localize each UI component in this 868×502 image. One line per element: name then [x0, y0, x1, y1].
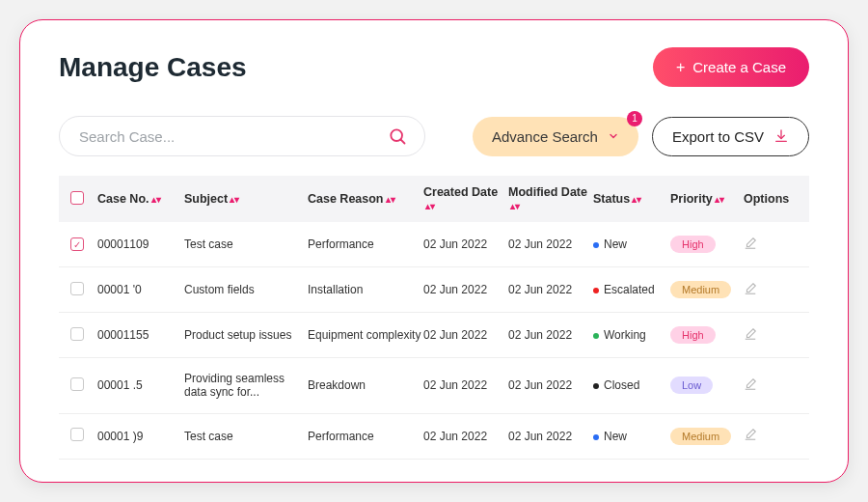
sort-icon: ▴▾ — [151, 197, 161, 202]
col-subject[interactable]: Subject▴▾ — [184, 192, 308, 206]
download-icon — [773, 128, 789, 144]
cell-created: 02 Jun 2022 — [423, 328, 508, 342]
sort-icon: ▴▾ — [715, 197, 724, 202]
controls-row: Advance Search 1 Export to CSV — [59, 116, 809, 156]
cases-card: Manage Cases + Create a Case Advance Sea… — [19, 19, 849, 483]
status-dot-icon — [593, 288, 599, 293]
cell-modified: 02 Jun 2022 — [508, 328, 593, 342]
plus-icon: + — [676, 60, 685, 75]
sort-icon: ▴▾ — [510, 204, 520, 209]
cell-reason: Equipment complexity — [308, 328, 423, 342]
sort-icon: ▴▾ — [425, 204, 435, 209]
create-case-button[interactable]: + Create a Case — [653, 47, 809, 87]
edit-icon[interactable] — [744, 377, 792, 394]
search-icon[interactable] — [388, 126, 407, 146]
cell-case-no: 00001 )9 — [97, 430, 184, 443]
priority-pill: High — [670, 326, 716, 344]
cell-created: 02 Jun 2022 — [423, 237, 508, 251]
cell-priority: Medium — [670, 281, 744, 298]
create-case-label: Create a Case — [692, 59, 786, 75]
table-row: 00001 '0Custom fieldsInstallation02 Jun … — [59, 267, 809, 313]
edit-icon[interactable] — [744, 237, 792, 253]
cases-table: Case No.▴▾ Subject▴▾ Case Reason▴▾ Creat… — [59, 176, 809, 460]
cell-case-no: 00001 .5 — [97, 378, 184, 392]
row-checkbox[interactable] — [70, 282, 84, 295]
sort-icon: ▴▾ — [632, 197, 641, 202]
export-csv-button[interactable]: Export to CSV — [652, 117, 809, 156]
cell-status: Escalated — [593, 283, 670, 296]
status-dot-icon — [593, 434, 599, 440]
page-title: Manage Cases — [59, 52, 247, 83]
table-row: 00001 .5Providing seamless data sync for… — [59, 358, 809, 414]
advance-search-badge: 1 — [627, 111, 642, 126]
cell-modified: 02 Jun 2022 — [508, 283, 593, 296]
cell-priority: High — [670, 326, 744, 344]
cell-modified: 02 Jun 2022 — [508, 378, 593, 392]
sort-icon: ▴▾ — [230, 197, 239, 202]
col-options: Options — [744, 192, 792, 206]
col-case-no[interactable]: Case No.▴▾ — [97, 192, 184, 206]
cell-reason: Installation — [308, 283, 423, 296]
row-checkbox[interactable] — [70, 327, 84, 341]
col-status[interactable]: Status▴▾ — [593, 192, 670, 206]
col-priority[interactable]: Priority▴▾ — [670, 192, 744, 206]
advance-search-button[interactable]: Advance Search 1 — [473, 117, 638, 156]
cell-status: New — [593, 430, 670, 443]
cell-priority: High — [670, 236, 744, 253]
cell-subject: Test case — [184, 430, 308, 443]
export-csv-label: Export to CSV — [672, 128, 764, 145]
cell-priority: Low — [670, 376, 744, 394]
cell-case-no: 00001155 — [97, 328, 184, 342]
row-checkbox[interactable] — [70, 428, 84, 441]
cell-reason: Performance — [308, 237, 423, 251]
cell-reason: Breakdown — [308, 378, 423, 392]
cell-modified: 02 Jun 2022 — [508, 237, 593, 251]
cell-subject: Providing seamless data sync for... — [184, 372, 308, 400]
cell-status: Working — [593, 328, 670, 342]
cell-status: Closed — [593, 378, 670, 392]
cell-case-no: 00001 '0 — [97, 283, 184, 296]
cell-case-no: 00001109 — [97, 237, 184, 251]
sort-icon: ▴▾ — [386, 197, 395, 202]
cell-created: 02 Jun 2022 — [423, 430, 508, 443]
chevron-down-icon — [608, 128, 619, 145]
header-row: Manage Cases + Create a Case — [59, 47, 809, 87]
priority-pill: Medium — [670, 281, 731, 298]
row-checkbox[interactable] — [70, 377, 84, 391]
col-created[interactable]: Created Date▴▾ — [423, 185, 508, 212]
priority-pill: Medium — [670, 428, 731, 445]
priority-pill: High — [670, 236, 716, 253]
cell-subject: Test case — [184, 237, 308, 251]
status-dot-icon — [593, 383, 599, 389]
table-row: 00001109Test casePerformance02 Jun 20220… — [59, 222, 809, 267]
cell-priority: Medium — [670, 428, 744, 445]
svg-line-1 — [401, 140, 405, 144]
status-dot-icon — [593, 333, 599, 339]
advance-search-label: Advance Search — [492, 128, 598, 145]
table-head: Case No.▴▾ Subject▴▾ Case Reason▴▾ Creat… — [59, 176, 809, 222]
edit-icon[interactable] — [744, 327, 792, 344]
cell-status: New — [593, 237, 670, 251]
table-row: 00001 )9Test casePerformance02 Jun 20220… — [59, 414, 809, 460]
cell-reason: Performance — [308, 430, 423, 443]
edit-icon[interactable] — [744, 428, 792, 444]
search-input[interactable] — [77, 127, 388, 146]
table-body: 00001109Test casePerformance02 Jun 20220… — [59, 222, 809, 460]
col-modified[interactable]: Modified Date▴▾ — [508, 185, 593, 212]
status-dot-icon — [593, 242, 599, 248]
cell-subject: Custom fields — [184, 283, 308, 296]
priority-pill: Low — [670, 376, 713, 394]
cell-modified: 02 Jun 2022 — [508, 430, 593, 443]
cell-created: 02 Jun 2022 — [423, 378, 508, 392]
table-row: 00001155Product setup issuesEquipment co… — [59, 313, 809, 358]
select-all-checkbox[interactable] — [70, 191, 84, 205]
row-checkbox[interactable] — [70, 237, 84, 251]
cell-subject: Product setup issues — [184, 328, 308, 342]
cell-created: 02 Jun 2022 — [423, 283, 508, 296]
edit-icon[interactable] — [744, 282, 792, 298]
col-reason[interactable]: Case Reason▴▾ — [308, 192, 423, 206]
search-wrap[interactable] — [59, 116, 425, 156]
